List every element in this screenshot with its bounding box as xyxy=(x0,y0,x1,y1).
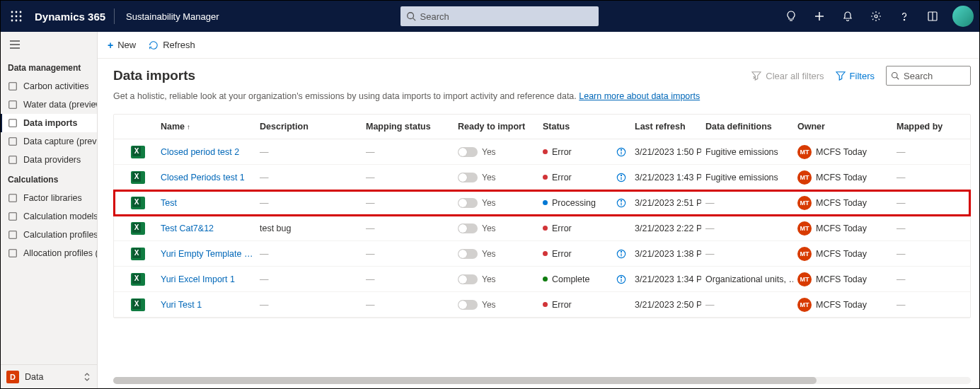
svg-rect-23 xyxy=(9,120,17,127)
lightbulb-icon xyxy=(785,11,797,22)
sidebar-item[interactable]: Water data (preview) xyxy=(1,95,97,114)
clear-filters-label: Clear all filters xyxy=(766,71,824,81)
grid-header: Name↑ Description Mapping status Ready t… xyxy=(114,115,970,139)
cell-description: — xyxy=(255,300,362,310)
import-name-link[interactable]: Yuri Empty Template … xyxy=(161,249,253,259)
table-row[interactable]: Yuri Excel Import 1——YesComplete3/21/202… xyxy=(114,267,970,292)
nav-heading-data-management: Data management xyxy=(1,57,97,77)
ready-toggle[interactable]: Yes xyxy=(454,223,538,233)
book-button[interactable] xyxy=(918,1,947,32)
user-avatar[interactable] xyxy=(952,6,974,27)
excel-icon xyxy=(131,222,145,235)
ready-toggle[interactable]: Yes xyxy=(454,147,538,157)
new-button[interactable]: + New xyxy=(108,40,136,51)
svg-point-8 xyxy=(20,20,22,22)
import-name-link[interactable]: Test Cat7&12 xyxy=(161,223,214,233)
info-icon[interactable] xyxy=(616,249,626,259)
col-name[interactable]: Name↑ xyxy=(156,122,255,132)
table-row[interactable]: Test Cat7&12test bug—YesError3/21/2023 2… xyxy=(114,216,970,241)
refresh-button[interactable]: Refresh xyxy=(149,40,195,50)
cell-mapped: — xyxy=(892,300,970,310)
col-description[interactable]: Description xyxy=(255,122,362,132)
app-launcher-button[interactable] xyxy=(1,1,32,32)
table-row[interactable]: Yuri Test 1——YesError3/21/2023 2:50 PM—M… xyxy=(114,292,970,318)
col-ready[interactable]: Ready to import xyxy=(454,122,538,132)
cell-owner: MTMCFS Today xyxy=(793,272,892,286)
table-row[interactable]: Test——YesProcessing3/21/2023 2:51 PM—MTM… xyxy=(114,190,970,216)
table-row[interactable]: Closed period test 2——YesError3/21/2023 … xyxy=(114,139,970,165)
notifications-button[interactable] xyxy=(834,1,862,32)
new-label: New xyxy=(117,40,136,50)
nav-heading-calculations: Calculations xyxy=(1,169,97,189)
col-defs[interactable]: Data definitions xyxy=(701,122,793,132)
svg-point-3 xyxy=(11,16,13,18)
sidebar-area-switcher[interactable]: D Data xyxy=(1,364,97,388)
table-search-input[interactable]: Search xyxy=(886,66,971,86)
help-button[interactable] xyxy=(890,1,918,32)
col-status[interactable]: Status xyxy=(538,122,630,132)
sidebar-item[interactable]: Data providers xyxy=(1,151,97,169)
owner-avatar: MT xyxy=(797,170,812,185)
ready-toggle[interactable]: Yes xyxy=(454,300,538,310)
sidebar-item[interactable]: Data imports xyxy=(1,114,97,132)
col-refresh[interactable]: Last refresh xyxy=(630,122,701,132)
sidebar-item[interactable]: Carbon activities xyxy=(1,77,97,95)
svg-point-36 xyxy=(621,149,621,150)
cell-owner: MTMCFS Today xyxy=(793,196,892,210)
sidebar-item[interactable]: Factor libraries xyxy=(1,189,97,207)
cell-defs: — xyxy=(701,223,793,233)
sort-asc-icon: ↑ xyxy=(187,123,190,131)
col-mapping[interactable]: Mapping status xyxy=(362,122,454,132)
app-name-label[interactable]: Sustainability Manager xyxy=(115,11,231,22)
ready-toggle[interactable]: Yes xyxy=(454,249,538,259)
ready-toggle[interactable]: Yes xyxy=(454,274,538,284)
ready-toggle[interactable]: Yes xyxy=(454,198,538,208)
import-name-link[interactable]: Yuri Test 1 xyxy=(161,300,202,310)
cell-mapping: — xyxy=(362,173,454,182)
table-row[interactable]: Closed Periods test 1——YesError3/21/2023… xyxy=(114,165,970,190)
cell-refresh: 3/21/2023 2:51 PM xyxy=(630,198,701,208)
table-row[interactable]: Yuri Empty Template …——YesError3/21/2023… xyxy=(114,241,970,267)
settings-button[interactable] xyxy=(862,1,890,32)
subtitle-link[interactable]: Learn more about data imports xyxy=(579,91,700,101)
ready-toggle[interactable]: Yes xyxy=(454,173,538,182)
sidebar-item[interactable]: Allocation profiles (p… xyxy=(1,244,97,262)
import-name-link[interactable]: Yuri Excel Import 1 xyxy=(161,274,235,284)
brand-label[interactable]: Dynamics 365 xyxy=(32,11,114,23)
global-search-input[interactable]: Search xyxy=(400,6,599,26)
import-name-link[interactable]: Closed period test 2 xyxy=(161,147,239,157)
col-owner[interactable]: Owner xyxy=(793,122,892,132)
svg-rect-26 xyxy=(9,194,17,202)
cell-defs: — xyxy=(701,249,793,259)
cell-mapping: — xyxy=(362,147,454,157)
scrollbar-thumb[interactable] xyxy=(113,377,817,384)
lightbulb-button[interactable] xyxy=(777,1,805,32)
info-icon[interactable] xyxy=(616,274,626,284)
hamburger-icon xyxy=(9,39,21,50)
filters-label: Filters xyxy=(850,71,875,81)
clear-filters-button[interactable]: Clear all filters xyxy=(751,71,824,81)
filter-clear-icon xyxy=(751,71,761,81)
sidebar-item[interactable]: Calculation profiles xyxy=(1,226,97,244)
cell-refresh: 3/21/2023 2:22 PM xyxy=(630,223,701,233)
add-button[interactable] xyxy=(805,1,834,32)
sidebar-item[interactable]: Data capture (preview) xyxy=(1,132,97,151)
import-name-link[interactable]: Closed Periods test 1 xyxy=(161,173,245,182)
sidebar-item[interactable]: Calculation models xyxy=(1,207,97,226)
svg-point-7 xyxy=(16,20,18,22)
svg-point-14 xyxy=(875,15,877,18)
info-icon[interactable] xyxy=(616,173,626,182)
svg-point-1 xyxy=(16,11,18,13)
owner-avatar: MT xyxy=(797,247,812,261)
owner-avatar: MT xyxy=(797,298,812,312)
filters-button[interactable]: Filters xyxy=(836,71,875,81)
excel-icon xyxy=(131,273,145,286)
cell-mapping: — xyxy=(362,300,454,310)
cell-owner: MTMCFS Today xyxy=(793,221,892,236)
horizontal-scrollbar[interactable] xyxy=(113,377,971,384)
import-name-link[interactable]: Test xyxy=(161,198,177,208)
sidebar-toggle[interactable] xyxy=(1,32,97,57)
info-icon[interactable] xyxy=(616,147,626,157)
info-icon[interactable] xyxy=(616,198,626,208)
col-mapped[interactable]: Mapped by xyxy=(892,122,970,132)
